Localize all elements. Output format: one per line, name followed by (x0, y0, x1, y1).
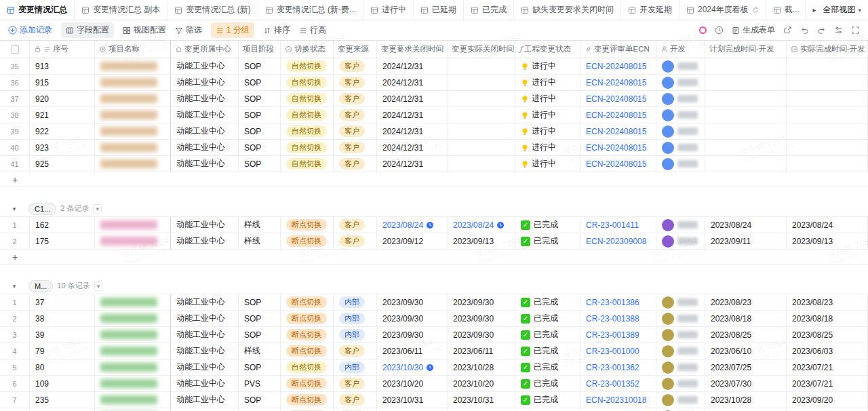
cell-name[interactable] (95, 75, 171, 90)
cell-plan_dev[interactable]: 2023/06/10 (705, 343, 787, 359)
cell-req_close[interactable]: 2024/12/31 (377, 91, 448, 106)
generate-form-button[interactable]: 生成表单 (732, 24, 775, 36)
cell-stage[interactable]: 样线 (239, 343, 281, 359)
cell-stage[interactable]: SOP (239, 140, 281, 155)
cell-stage[interactable]: SOP (239, 156, 281, 172)
cell-status[interactable]: ✓已完成 (515, 233, 580, 249)
cell-dev[interactable] (656, 217, 705, 233)
cell-name[interactable] (95, 343, 171, 359)
cell-source[interactable]: 客户 (334, 233, 377, 249)
ecn-link[interactable]: CR-23-001389 (586, 330, 639, 340)
cell-switch[interactable]: 断点切换 (281, 294, 334, 310)
tab-9[interactable]: 开发延期 (621, 0, 679, 20)
cell-plan_dev[interactable]: 2023/08/25 (705, 327, 787, 342)
cell-ecn[interactable]: CR-23-001417 (580, 408, 656, 411)
cell-actual_close[interactable]: 2023/08/24 (448, 217, 515, 233)
cell-stage[interactable]: SOP (239, 123, 281, 139)
cell-source[interactable]: 内部 (334, 311, 377, 326)
cell-name[interactable] (95, 392, 171, 408)
cell-source[interactable]: 客户 (334, 156, 377, 172)
ecn-link[interactable]: ECN-202310018 (586, 395, 646, 405)
cell-plan_dev[interactable] (705, 140, 787, 155)
cell-actual_close[interactable]: 2023/10/28 (448, 359, 515, 375)
cell-status[interactable]: ✓已完成 (515, 392, 580, 408)
cell-stage[interactable]: 样线 (239, 233, 281, 249)
cell-center[interactable]: 动能工业中心 (171, 217, 239, 233)
cell-actual_close[interactable] (448, 91, 515, 106)
cell-center[interactable]: 动能工业中心 (171, 376, 239, 391)
cell-actual_dev[interactable]: 2023/09/20 (787, 392, 868, 408)
cell-name[interactable] (95, 91, 171, 106)
tab-2[interactable]: 变更情况汇总 副本 (75, 0, 167, 20)
cell-ecn[interactable]: ECN-202408015 (580, 156, 656, 172)
cell-actual_close[interactable] (448, 75, 515, 90)
cell-name[interactable] (95, 107, 171, 123)
row-number[interactable]: 39 (0, 123, 30, 139)
cell-stage[interactable]: 样线 (239, 217, 281, 233)
cell-dev[interactable] (656, 343, 705, 359)
cell-center[interactable]: 动能工业中心 (171, 123, 239, 139)
cell-dev[interactable] (656, 58, 705, 74)
cell-req_close[interactable]: 2023/10/20 (377, 376, 448, 391)
cell-source[interactable]: 客户 (334, 217, 377, 233)
collapse-icon[interactable]: ▾ (4, 283, 24, 290)
cell-ecn[interactable]: ECN-202408015 (580, 75, 656, 90)
cell-dev[interactable] (656, 294, 705, 310)
cell-req_close[interactable]: 2023/10/30 (377, 359, 448, 375)
cell-plan_dev[interactable]: 2023/09/20 (705, 408, 787, 411)
cell-name[interactable] (95, 327, 171, 342)
cell-switch[interactable]: 断点切换 (281, 327, 334, 342)
cell-dev[interactable] (656, 408, 705, 411)
tab-7[interactable]: 已完成 (464, 0, 514, 20)
cell-actual_close[interactable] (448, 156, 515, 172)
cell-center[interactable]: 动能工业中心 (171, 75, 239, 90)
cell-actual_dev[interactable] (787, 123, 868, 139)
ecn-link[interactable]: CR-23-001388 (586, 314, 639, 324)
cell-actual_dev[interactable]: 2023/07/21 (787, 359, 868, 375)
cell-center[interactable]: 动能工业中心 (171, 392, 239, 408)
cell-source[interactable]: 客户 (334, 75, 377, 90)
cell-ecn[interactable]: CR-23-001389 (580, 327, 656, 342)
row-number[interactable]: 41 (0, 156, 30, 172)
cell-switch[interactable]: 断点切换 (281, 392, 334, 408)
group-header[interactable]: ▾C1...2 条记录▾ (0, 201, 868, 217)
undo-icon[interactable] (800, 26, 809, 35)
column-header-actual_close[interactable]: 变更实际关闭时间 (448, 41, 515, 58)
cell-status[interactable]: 进行中 (515, 156, 580, 172)
ecn-link[interactable]: CR-23-001362 (586, 363, 639, 372)
row-number[interactable]: 8 (0, 408, 30, 411)
presence-indicator[interactable] (699, 26, 707, 34)
cell-actual_dev[interactable]: 2023/09/20 (787, 408, 868, 411)
cell-source[interactable]: 内部 (334, 327, 377, 342)
row-number[interactable]: 3 (0, 327, 30, 342)
tab-3[interactable]: 变更情况汇总 (新) (167, 0, 258, 20)
field-config-button[interactable]: 字段配置 (61, 22, 114, 38)
cell-req_close[interactable]: 2023/09/12 (377, 233, 448, 249)
cell-status[interactable]: 进行中 (515, 75, 580, 90)
add-record-button[interactable]: 添加记录 (8, 24, 52, 36)
cell-status[interactable]: ✓已完成 (515, 217, 580, 233)
add-row[interactable]: + (0, 250, 868, 265)
cell-name[interactable] (95, 156, 171, 172)
cell-switch[interactable]: 断点切换 (281, 343, 334, 359)
cell-ecn[interactable]: ECN-202408015 (580, 140, 656, 155)
cell-source[interactable]: 客户 (334, 140, 377, 155)
cell-ecn[interactable]: CR-23-001352 (580, 376, 656, 391)
cell-center[interactable]: 动能工业中心 (171, 311, 239, 326)
cell-switch[interactable]: 断点切换 (281, 311, 334, 326)
cell-ecn[interactable]: ECN-202408015 (580, 107, 656, 123)
row-height-button[interactable]: 行高 (299, 24, 326, 36)
cell-req_close[interactable]: 2024/12/31 (377, 156, 448, 172)
cell-actual_close[interactable] (448, 107, 515, 123)
tab-scroll-right-icon[interactable]: ▸ (812, 6, 816, 14)
cell-stage[interactable]: SOP (239, 58, 281, 74)
cell-center[interactable]: 动能工业中心 (171, 294, 239, 310)
cell-switch[interactable]: 断点切换 (281, 408, 334, 411)
cell-seq[interactable]: 925 (30, 156, 95, 172)
cell-plan_dev[interactable] (705, 156, 787, 172)
cell-seq[interactable]: 915 (30, 75, 95, 90)
cell-actual_dev[interactable] (787, 140, 868, 155)
cell-switch[interactable]: 断点切换 (281, 233, 334, 249)
cell-dev[interactable] (656, 392, 705, 408)
cell-actual_dev[interactable]: 2023/08/23 (787, 294, 868, 310)
